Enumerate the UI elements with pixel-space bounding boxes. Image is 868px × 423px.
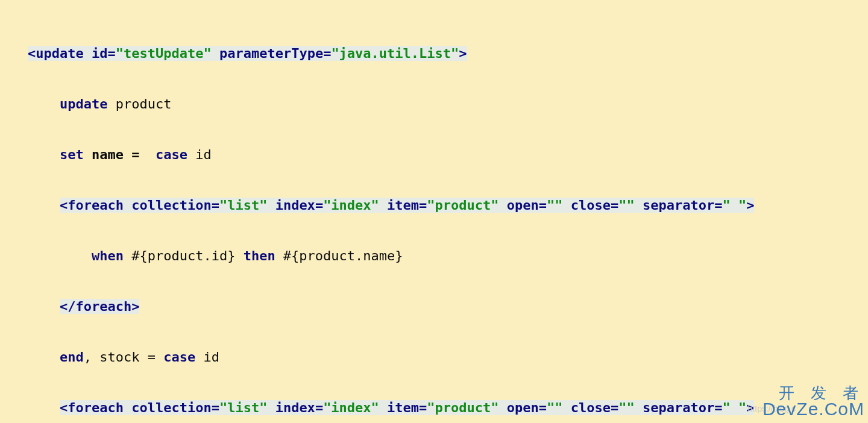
code-line: <update id="testUpdate" parameterType="j… [28,41,868,66]
attr-item-value: "product" [427,198,498,213]
code-line: set name = case id [28,142,868,168]
code-line: end, stock = case id [28,345,868,370]
text: #{product.id} [124,248,244,263]
attr-collection: collection [131,198,211,213]
tag-name-foreach: foreach [75,299,131,314]
attr-item-value: "product" [427,400,498,415]
attr-index-value: "index" [323,400,379,415]
attr-item: item [387,198,419,213]
tag-gt: > [746,198,754,213]
tag-open: < [60,198,68,213]
sql-set: set [60,147,84,162]
attr-separator: separator [643,400,714,415]
code-line: </foreach> [28,294,868,319]
attr-collection-value: "list" [219,198,267,213]
code-line: when #{product.id} then #{product.name} [28,243,868,269]
attr-close-value: "" [618,400,635,415]
attr-index: index [275,400,315,415]
sql-case: case [163,349,195,365]
tag-open: < [60,400,68,415]
text: , stock = [84,349,163,365]
sql-end: end [60,349,84,365]
sql-case: case [156,147,187,162]
tag-open: < [28,46,36,61]
attr-separator-value: " " [722,198,746,213]
attr-separator-value: " " [722,400,746,415]
text: product [107,96,171,111]
sql-update: update [60,96,107,111]
attr-collection-value: "list" [219,400,267,415]
attr-open: open [507,400,539,415]
tag-name-foreach: foreach [68,198,124,213]
text: name = [84,147,156,162]
attr-index-value: "index" [323,198,379,213]
attr-parametertype: parameterType [219,46,323,61]
attr-parametertype-value: "java.util.List" [331,46,459,61]
tag-name-update: update [36,46,83,61]
code-line: <foreach collection="list" index="index"… [28,395,868,421]
code-line: <foreach collection="list" index="index"… [28,193,868,218]
tag-close-open: </ [60,299,76,314]
watermark-en: DevZe.CoM [763,399,864,419]
attr-item: item [387,400,419,415]
attr-id: id [92,46,108,61]
attr-separator: separator [643,198,714,213]
tag-gt: > [131,299,139,314]
tag-name-foreach: foreach [68,400,124,415]
attr-index: index [275,198,315,213]
watermark-logo: 开 发 者 DevZe.CoM [763,383,864,419]
attr-close: close [571,400,611,415]
tag-gt: > [459,46,467,61]
attr-close: close [571,198,611,213]
text: #{product.name} [275,248,403,263]
text: id [195,349,219,365]
attr-open-value: "" [547,198,563,213]
code-block: <update id="testUpdate" parameterType="j… [0,0,868,423]
code-line: update product [28,92,868,117]
attr-close-value: "" [618,198,635,213]
attr-open: open [507,198,539,213]
sql-then: then [244,248,275,263]
sql-when: when [92,248,124,263]
text: id [187,147,212,162]
attr-id-value: "testUpdate" [116,46,212,61]
attr-open-value: "" [547,400,563,415]
attr-collection: collection [131,400,211,415]
